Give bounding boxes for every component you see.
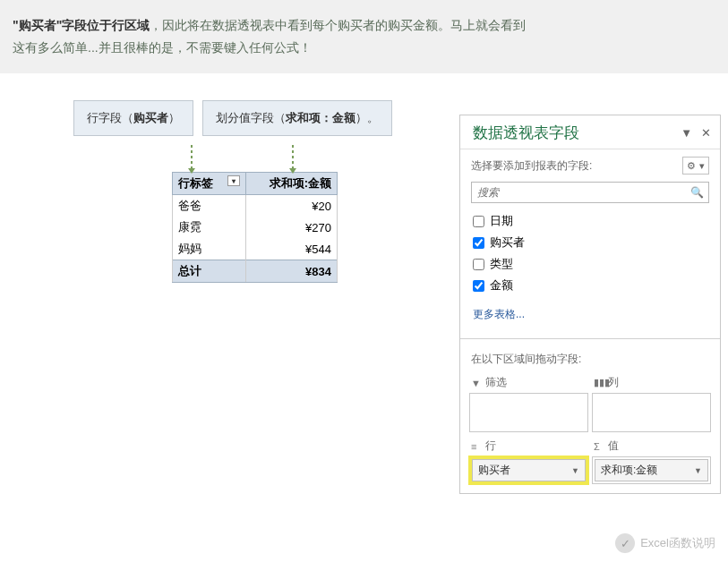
sigma-icon: Σ: [594, 441, 604, 452]
field-item-amount[interactable]: 金额: [471, 275, 709, 296]
field-list: 日期 购买者 类型 金额: [471, 210, 709, 296]
arrow-row: [191, 145, 193, 168]
chevron-down-icon: ▼: [694, 466, 702, 475]
chevron-down-icon: ▼: [571, 466, 579, 475]
pivot-header-values[interactable]: 求和项:金额: [245, 173, 337, 195]
field-item-type[interactable]: 类型: [471, 253, 709, 275]
pivot-table: 行标签 ▾ 求和项:金额 爸爸 ¥20 康霓 ¥270 妈妈 ¥544 总计 ¥…: [172, 172, 338, 283]
search-icon[interactable]: 🔍: [690, 186, 704, 199]
chevron-down-icon[interactable]: ▼: [681, 126, 692, 140]
pane-subtitle: 选择要添加到报表的字段:: [471, 158, 592, 174]
divider: [460, 338, 720, 339]
gear-button[interactable]: ⚙ ▾: [682, 157, 709, 175]
pane-header: 数据透视表字段 ▼ ✕: [460, 115, 720, 149]
values-area: Σ值 求和项:金额 ▼: [592, 436, 711, 484]
field-item-buyer[interactable]: 购买者: [471, 232, 709, 253]
table-row: 爸爸 ¥20: [173, 195, 338, 217]
table-row: 妈妈 ¥544: [173, 238, 338, 260]
pane-title: 数据透视表字段: [473, 123, 579, 143]
values-dropzone[interactable]: 求和项:金额 ▼: [592, 456, 711, 484]
columns-icon: ▮▮▮: [594, 377, 604, 388]
row-field-label: 行字段（购买者）: [73, 100, 193, 136]
drag-areas-label: 在以下区域间拖动字段:: [460, 345, 720, 372]
search-input[interactable]: [471, 182, 709, 203]
pivot-header-rows[interactable]: 行标签 ▾: [173, 173, 246, 195]
value-chip-sum[interactable]: 求和项:金额 ▼: [595, 459, 708, 481]
wechat-icon: ✓: [615, 533, 635, 553]
rows-dropzone[interactable]: 购买者 ▼: [469, 456, 588, 484]
field-checkbox[interactable]: [473, 216, 484, 227]
pivot-total-row: 总计 ¥834: [173, 260, 338, 283]
field-item-date[interactable]: 日期: [471, 210, 709, 232]
field-checkbox[interactable]: [473, 237, 484, 249]
close-icon[interactable]: ✕: [701, 126, 711, 140]
field-checkbox[interactable]: [473, 280, 484, 292]
filters-dropzone[interactable]: [469, 393, 588, 432]
dropdown-icon[interactable]: ▾: [227, 175, 240, 186]
intro-text: "购买者"字段位于行区域，因此将在数据透视表中看到每个购买者的购买金额。马上就会…: [0, 0, 728, 73]
more-tables-link[interactable]: 更多表格...: [471, 303, 709, 326]
row-chip-buyer[interactable]: 购买者 ▼: [472, 459, 586, 481]
value-field-label: 划分值字段（求和项：金额）。: [202, 100, 392, 136]
arrow-value: [292, 145, 294, 168]
rows-area: ≡行 购买者 ▼: [469, 436, 588, 484]
table-row: 康霓 ¥270: [173, 217, 338, 238]
intro-highlight: "购买者"字段位于行区域: [13, 18, 150, 32]
field-checkbox[interactable]: [473, 259, 484, 270]
filter-icon: ▼: [471, 378, 482, 388]
filters-area: ▼筛选: [469, 372, 588, 432]
rows-icon: ≡: [471, 441, 482, 452]
watermark: ✓ Excel函数说明: [615, 533, 715, 553]
pivot-field-pane: 数据透视表字段 ▼ ✕ 选择要添加到报表的字段: ⚙ ▾ 🔍 日期 购买者: [459, 115, 721, 494]
columns-dropzone[interactable]: [592, 393, 711, 432]
columns-area: ▮▮▮列: [592, 372, 711, 432]
